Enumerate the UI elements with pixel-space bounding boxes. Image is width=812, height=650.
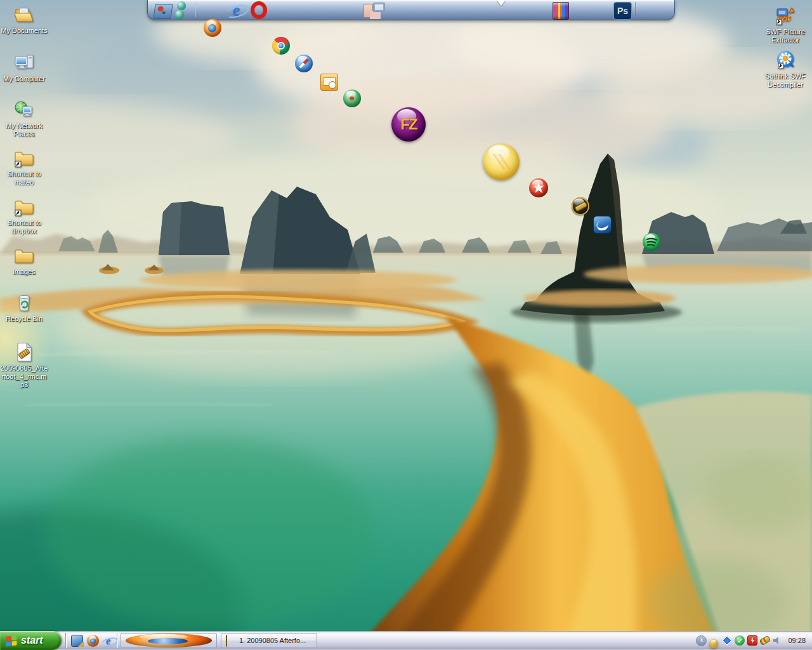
desktop-icon-label: Shortcut to dropbox [0,219,48,235]
swf-picture-extractor-icon: SWF [775,5,796,27]
app-dock: e FZ Ps [147,0,675,20]
quick-launch-internet-explorer[interactable]: e [102,635,114,647]
chrome-icon[interactable] [272,37,290,55]
taskbar-separator [117,633,117,648]
red-sphere-app-icon[interactable] [529,178,548,197]
ie-monogram: e [232,1,240,20]
sothink-swf-decompiler-icon [775,50,796,71]
taskbar-window-firefox[interactable]: Votre Première Fois A... [121,633,217,648]
tray-goldwave-icon[interactable] [760,635,770,646]
photoshop-icon[interactable]: Ps [613,2,632,20]
desktop-icon-images[interactable]: images [0,245,48,276]
show-desktop-button[interactable] [71,635,83,647]
my-documents-icon [13,4,35,25]
folder-shortcut-icon [13,147,35,169]
running-app-indicator [497,0,506,6]
quick-launch-firefox[interactable] [87,635,99,647]
desktop-icon-label: My Network Places [0,122,48,138]
goldwave-icon [226,635,236,646]
desktop-icon-label: Sothink SWF Decompiler [760,72,811,89]
desktop-icon-shortcut-mateo[interactable]: Shortcut to mateo [0,147,48,187]
desktop-icon-label: 20090805_Afterfoot_4_rmc.mp3 [0,364,48,389]
firefox-icon [126,633,212,647]
filezilla-icon[interactable]: FZ [391,107,426,142]
safari-icon[interactable] [295,55,313,72]
taskbar-clock[interactable]: 09:28 [788,637,806,644]
network-computers-icon[interactable] [363,1,385,19]
tray-yellow-ball-app-icon[interactable] [709,635,719,646]
desktop-icon-shortcut-dropbox[interactable]: Shortcut to dropbox [0,196,48,235]
tray-media-red-app-icon[interactable] [747,635,757,646]
recycle-bin-icon [13,292,35,314]
desktop-icon-label: Shortcut to mateo [0,170,48,187]
tray-collapse-chevron[interactable]: ‹ [696,635,707,646]
objectdock-aquarium-icon[interactable] [153,4,173,19]
desktop-icon-my-network-places[interactable]: My Network Places [0,99,48,138]
wallpaper-image [0,0,812,650]
taskbar-window-goldwave[interactable]: 1. 20090805 Afterfo... [221,633,317,648]
media-books-app-icon[interactable] [553,2,569,20]
yellow-sphere-app-icon[interactable] [483,143,520,180]
tray-security-check-icon[interactable]: ✓ [735,635,745,646]
photoshop-monogram: Ps [617,6,628,16]
internet-explorer-icon[interactable]: e [227,1,245,19]
outlook-icon[interactable] [320,74,338,91]
windows-flag-icon [5,634,18,647]
desktop[interactable]: My Documents My Computer My Network Plac… [0,0,812,650]
my-network-places-icon [13,99,35,121]
desktop-icon-label: images [13,268,35,276]
start-button-label: start [21,635,43,646]
start-button[interactable]: start [0,631,62,650]
folder-icon [13,245,35,267]
dock-separator [635,2,636,17]
desktop-icon-sothink-swf-decompiler[interactable]: Sothink SWF Decompiler [760,50,811,89]
taskbar: start e Votre Première Fois A... 1. 2009… [0,631,812,650]
ie-monogram: e [106,635,111,647]
gold-lens-app-icon[interactable] [572,197,589,215]
spotify-waves [643,233,660,251]
desktop-icon-label: My Computer [3,75,45,83]
my-computer-icon [13,52,35,74]
filezilla-monogram: FZ [391,107,426,142]
spotify-icon[interactable] [643,233,660,251]
opera-icon[interactable] [251,1,267,19]
desktop-icon-recycle-bin[interactable]: Recycle Bin [0,292,48,323]
dock-separator [195,2,195,17]
audio-file-icon [13,342,35,363]
desktop-icon-mp3-file[interactable]: 20090805_Afterfoot_4_rmc.mp3 [0,342,48,389]
green-sphere-app-icon[interactable] [343,90,361,107]
desktop-icon-label: Recycle Bin [6,315,43,323]
desktop-icon-my-computer[interactable]: My Computer [0,52,48,83]
folder-shortcut-icon [13,196,35,218]
openoffice-icon[interactable] [593,216,612,234]
desktop-icon-my-documents[interactable]: My Documents [0,4,48,35]
tray-volume-icon[interactable] [773,635,783,646]
desktop-icon-label: SWF Picture Extractor [760,28,811,44]
tray-dropbox-icon[interactable] [722,635,732,646]
system-tray: ‹ ✓ 09:28 [696,631,812,650]
desktop-icon-label: My Documents [1,27,47,35]
taskbar-separator [65,633,66,648]
desktop-icon-swf-picture-extractor[interactable]: SWF SWF Picture Extractor [760,5,811,44]
dual-spheres-app-icon[interactable] [174,1,192,19]
firefox-icon[interactable] [204,19,221,37]
window-title: 1. 20090805 Afterfo... [239,637,306,644]
